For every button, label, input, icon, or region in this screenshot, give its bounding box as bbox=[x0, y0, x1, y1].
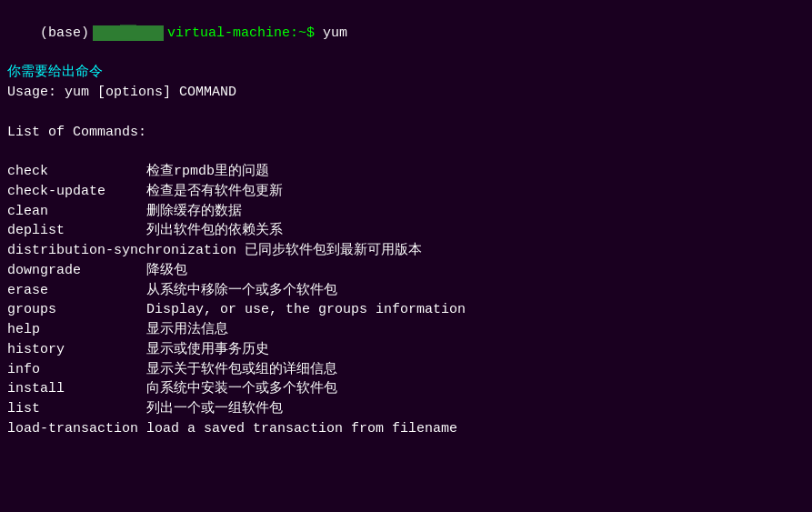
prompt-line: (base)██virtual-machine:~$ yum bbox=[7, 4, 805, 63]
commands-list: check 检查rpmdb里的问题check-update 检查是否有软件包更新… bbox=[7, 162, 805, 439]
command-row: downgrade 降级包 bbox=[7, 261, 805, 281]
command-entered: yum bbox=[323, 25, 347, 41]
command-row: list 列出一个或一组软件包 bbox=[7, 399, 805, 419]
terminal-window: (base)██virtual-machine:~$ yum 你需要给出命令 U… bbox=[0, 0, 812, 512]
error-message: 你需要给出命令 bbox=[7, 63, 805, 83]
command-row: info 显示关于软件包或组的详细信息 bbox=[7, 360, 805, 380]
command-row: check-update 检查是否有软件包更新 bbox=[7, 182, 805, 202]
username-host: virtual-machine:~$ bbox=[167, 25, 315, 41]
command-row: clean 删除缓存的数据 bbox=[7, 202, 805, 222]
command-row: load-transaction load a saved transactio… bbox=[7, 419, 805, 439]
command-row: erase 从系统中移除一个或多个软件包 bbox=[7, 281, 805, 301]
blank-line bbox=[7, 103, 805, 123]
command-row: install 向系统中安装一个或多个软件包 bbox=[7, 379, 805, 399]
command-row: help 显示用法信息 bbox=[7, 320, 805, 340]
command-row: check 检查rpmdb里的问题 bbox=[7, 162, 805, 182]
command-row: history 显示或使用事务历史 bbox=[7, 340, 805, 360]
base-label: (base) bbox=[40, 25, 89, 41]
command-row: deplist 列出软件包的依赖关系 bbox=[7, 221, 805, 241]
blank-line-2 bbox=[7, 142, 805, 162]
command-row: distribution-synchronization 已同步软件包到最新可用… bbox=[7, 241, 805, 261]
list-header: List of Commands: bbox=[7, 123, 805, 143]
usage-line: Usage: yum [options] COMMAND bbox=[7, 83, 805, 103]
command-row: groups Display, or use, the groups infor… bbox=[7, 300, 805, 320]
